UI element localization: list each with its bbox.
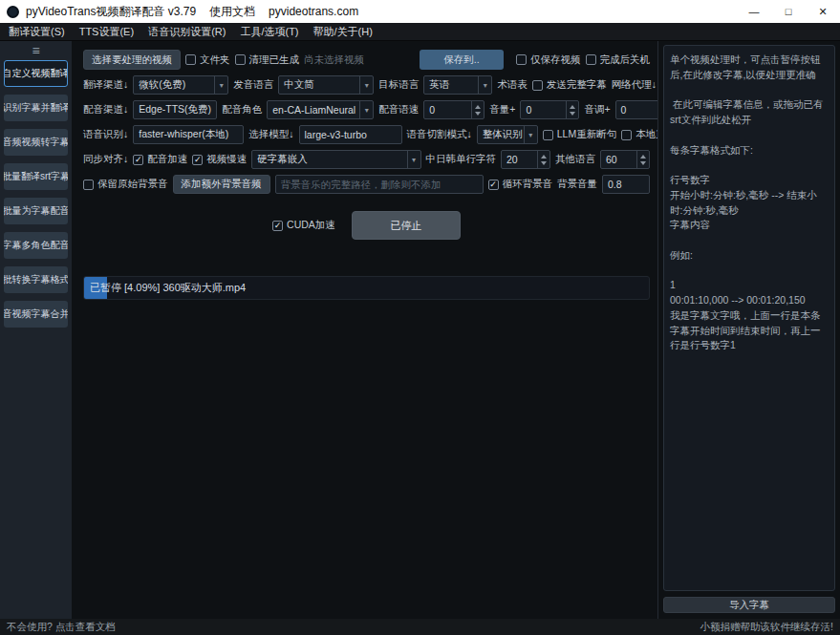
- pitch-spinner[interactable]: 0: [615, 100, 657, 119]
- checkbox-box: [488, 180, 499, 190]
- subtitle-embed-select[interactable]: 硬字幕嵌入 ▾: [251, 150, 420, 169]
- combo-value: 中文简: [279, 78, 359, 92]
- checkbox-label: 清理已生成: [249, 53, 300, 67]
- chevron-down-icon: ▾: [524, 126, 537, 143]
- subtitle-editor[interactable]: 单个视频处理时，可点击暂停按钮后,在此修改字幕,以便处理更准确 在此可编辑字幕信…: [663, 45, 835, 591]
- split-mode-select[interactable]: 整体识别 ▾: [477, 125, 538, 144]
- other-language-spinner[interactable]: 60: [600, 150, 650, 169]
- help-doc-link[interactable]: 不会使用? 点击查看文档: [7, 621, 116, 634]
- select-video-row: 选择要处理的视频 文件夹 清理已生成 尚未选择视频 保存到.. 仅保存视频: [83, 50, 650, 70]
- volume-spinner[interactable]: 0: [520, 100, 579, 119]
- menu-tools-options[interactable]: 工具/选项(T): [240, 25, 298, 39]
- source-language-label: 发音语言: [233, 78, 273, 92]
- sidebar-item-batch-convert-format[interactable]: 批转换字幕格式: [4, 266, 68, 293]
- llm-resegment-checkbox[interactable]: LLM重新断句: [543, 128, 616, 141]
- combo-value: 整体识别: [478, 128, 524, 141]
- shutdown-after-checkbox[interactable]: 完成后关机: [586, 53, 651, 67]
- menu-tts-settings[interactable]: TTS设置(E): [79, 25, 134, 39]
- center-panel: 选择要处理的视频 文件夹 清理已生成 尚未选择视频 保存到.. 仅保存视频: [72, 41, 657, 619]
- task-progress-bar[interactable]: 已暂停 [4.09%] 360驱动大师.mp4: [83, 276, 650, 300]
- donate-link[interactable]: 小额捐赠帮助该软件继续存活!: [700, 621, 833, 634]
- network-proxy-label: 网络代理↓: [612, 78, 657, 92]
- keep-original-bgm-checkbox[interactable]: 保留原始背景音: [83, 178, 168, 191]
- save-to-button[interactable]: 保存到..: [420, 50, 504, 70]
- target-language-select[interactable]: 英语 ▾: [423, 75, 492, 95]
- sync-align-label: 同步对齐↓: [83, 153, 128, 166]
- local-resegment-checkbox[interactable]: 本地重新断句: [621, 128, 657, 141]
- spinner-arrows-icon[interactable]: [537, 151, 549, 168]
- sidebar-item-recognize-and-translate[interactable]: 识别字幕并翻译: [4, 95, 68, 121]
- dub-speedup-checkbox[interactable]: 配音加速: [133, 153, 187, 166]
- menu-translate-settings[interactable]: 翻译设置(S): [9, 25, 65, 39]
- translate-channel-select[interactable]: 微软(免费) ▾: [133, 75, 228, 95]
- stop-button[interactable]: 已停止: [352, 211, 461, 240]
- save-video-only-checkbox[interactable]: 仅保存视频: [516, 53, 581, 67]
- bgm-volume-input[interactable]: [602, 175, 650, 194]
- folder-checkbox[interactable]: 文件夹: [185, 53, 230, 67]
- checkbox-label: 循环背景音: [503, 178, 553, 191]
- checkbox-label: 保留原始背景音: [97, 178, 168, 191]
- sidebar-item-multirole-dub[interactable]: 字幕多角色配音: [4, 232, 68, 259]
- subtitle-panel: 单个视频处理时，可点击暂停按钮后,在此修改字幕,以便处理更准确 在此可编辑字幕信…: [657, 41, 840, 619]
- combo-value: large-v3-turbo: [300, 129, 401, 140]
- cuda-checkbox[interactable]: CUDA加速: [272, 219, 335, 232]
- video-slowdown-checkbox[interactable]: 视频慢速: [192, 153, 247, 166]
- combo-value: 硬字幕嵌入: [252, 153, 406, 166]
- window-title: pyVideoTrans视频翻译配音 v3.79: [26, 4, 196, 20]
- main-content: ≡ 自定义视频翻译 识别字幕并翻译 音频视频转字幕 批量翻译srt字幕 批量为字…: [0, 41, 840, 619]
- other-language-label: 其他语言: [555, 153, 595, 166]
- cjk-line-chars-spinner[interactable]: 20: [501, 150, 550, 169]
- sidebar-item-batch-dub-subtitle[interactable]: 批量为字幕配音: [4, 198, 68, 224]
- maximize-button[interactable]: □: [771, 0, 806, 23]
- speech-recognition-row: 语音识别↓ faster-whisper(本地) 选择模型↓ large-v3-…: [83, 125, 650, 144]
- spinner-arrows-icon[interactable]: [636, 151, 649, 168]
- split-mode-label: 语音切割模式↓: [407, 128, 472, 141]
- sidebar-item-audio-video-to-subtitle[interactable]: 音频视频转字幕: [4, 129, 68, 156]
- checkbox-label: 配音加速: [147, 153, 187, 166]
- no-video-status: 尚未选择视频: [304, 53, 364, 67]
- model-select[interactable]: large-v3-turbo: [299, 125, 402, 144]
- checkbox-box: [133, 155, 143, 165]
- action-row: CUDA加速 已停止: [83, 211, 650, 240]
- glossary-label[interactable]: 术语表: [497, 78, 528, 92]
- checkbox-box: [235, 54, 246, 65]
- combo-value: Edge-TTS(免费): [134, 103, 216, 116]
- sidebar-item-batch-translate-srt[interactable]: 批量翻译srt字幕: [4, 163, 68, 190]
- combo-value: 微软(免费): [134, 78, 214, 92]
- target-language-label: 目标语言: [378, 78, 419, 92]
- dubbing-role-select[interactable]: en-CA-LiamNeural ▾: [267, 100, 374, 119]
- spinner-arrows-icon[interactable]: [471, 101, 484, 118]
- send-full-subtitle-checkbox[interactable]: 发送完整字幕: [532, 78, 607, 92]
- checkbox-box: [272, 221, 283, 231]
- spinner-value: 20: [502, 151, 537, 168]
- loop-bgm-checkbox[interactable]: 循环背景音: [488, 178, 553, 191]
- close-button[interactable]: ✕: [806, 0, 840, 23]
- dubbing-channel-select[interactable]: Edge-TTS(免费): [133, 100, 217, 119]
- sidebar-item-merge-av-subtitle[interactable]: 音视频字幕合并: [4, 301, 68, 328]
- menu-help-about[interactable]: 帮助/关于(H): [313, 25, 373, 39]
- add-extra-bgm-button[interactable]: 添加额外背景音频: [173, 175, 270, 194]
- sync-align-row: 同步对齐↓ 配音加速 视频慢速 硬字幕嵌入 ▾ 中日韩单行字符 20: [83, 150, 650, 169]
- dubbing-role-label: 配音角色: [222, 103, 262, 116]
- sidebar-item-custom-video-translate[interactable]: 自定义视频翻译: [4, 60, 68, 87]
- recognition-engine-select[interactable]: faster-whisper(本地): [133, 125, 244, 144]
- import-subtitle-button[interactable]: 导入字幕: [663, 597, 835, 613]
- titlebar: pyVideoTrans视频翻译配音 v3.79 使用文档 pyvideotra…: [0, 0, 840, 23]
- source-language-select[interactable]: 中文简 ▾: [278, 75, 374, 95]
- dubbing-row: 配音渠道↓ Edge-TTS(免费) 配音角色 en-CA-LiamNeural…: [83, 100, 650, 119]
- menu-speech-recognition-settings[interactable]: 语音识别设置(R): [148, 25, 226, 39]
- chevron-down-icon: ▾: [359, 101, 373, 118]
- minimize-button[interactable]: —: [737, 0, 771, 23]
- translate-channel-row: 翻译渠道↓ 微软(免费) ▾ 发音语言 中文简 ▾ 目标语言 英语 ▾ 术语表: [83, 75, 650, 95]
- spinner-arrows-icon[interactable]: [566, 101, 578, 118]
- app-window: pyVideoTrans视频翻译配音 v3.79 使用文档 pyvideotra…: [0, 0, 840, 635]
- hamburger-icon[interactable]: ≡: [32, 45, 39, 56]
- dubbing-speed-spinner[interactable]: 0: [423, 100, 485, 119]
- combo-value: en-CA-LiamNeural: [268, 104, 359, 116]
- checkbox-label: 完成后关机: [600, 53, 651, 67]
- clear-generated-checkbox[interactable]: 清理已生成: [235, 53, 300, 67]
- bgm-path-input[interactable]: [275, 175, 484, 194]
- select-video-button[interactable]: 选择要处理的视频: [83, 50, 181, 70]
- combo-value: faster-whisper(本地): [134, 128, 243, 141]
- spinner-value: 0: [424, 101, 471, 118]
